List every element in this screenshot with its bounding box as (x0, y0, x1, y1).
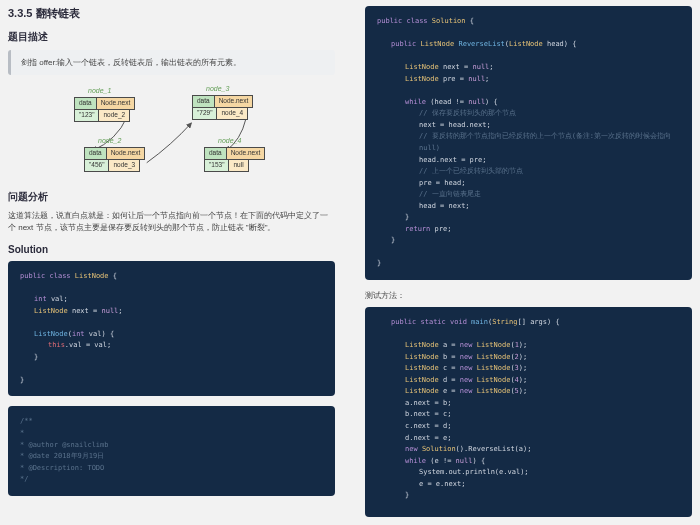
page: 3.3.5 翻转链表 题目描述 剑指 offer:输入一个链表，反转链表后，输出… (0, 0, 700, 525)
linked-list-diagram: node_1 data Node.next "123" node_2 node_… (8, 85, 335, 181)
section-number: 3.3.5 (8, 7, 32, 19)
test-label: 测试方法： (365, 290, 692, 301)
left-column: 3.3.5 翻转链表 题目描述 剑指 offer:输入一个链表，反转链表后，输出… (8, 6, 335, 525)
node2-header: data Node.next (84, 147, 145, 160)
desc-heading: 题目描述 (8, 31, 335, 44)
diagram-arrows (8, 85, 335, 181)
code-main: public static void main(String[] args) {… (365, 307, 692, 517)
right-column: public class Solution { public ListNode … (365, 6, 692, 525)
node3-label: node_3 (206, 85, 229, 92)
node3-row: "729" node_4 (192, 107, 248, 120)
code-solution: public class Solution { public ListNode … (365, 6, 692, 280)
solution-heading: Solution (8, 244, 335, 255)
code-javadoc: /** * * @author @snailclimb * @date 2018… (8, 406, 335, 495)
node4-label: node_4 (218, 137, 241, 144)
node1-row: "123" node_2 (74, 109, 130, 122)
problem-callout: 剑指 offer:输入一个链表，反转链表后，输出链表的所有元素。 (8, 50, 335, 75)
section-title: 翻转链表 (36, 7, 80, 19)
section-heading: 3.3.5 翻转链表 (8, 6, 335, 21)
node4-header: data Node.next (204, 147, 265, 160)
node2-row: "456" node_3 (84, 159, 140, 172)
analysis-heading: 问题分析 (8, 191, 335, 204)
node4-row: "153" null (204, 159, 249, 172)
node3-header: data Node.next (192, 95, 253, 108)
node2-label: node_2 (98, 137, 121, 144)
callout-text: 剑指 offer:输入一个链表，反转链表后，输出链表的所有元素。 (21, 58, 241, 67)
node1-header: data Node.next (74, 97, 135, 110)
analysis-text: 这道算法题，说直白点就是：如何让后一个节点指向前一个节点！在下面的代码中定义了一… (8, 210, 335, 234)
code-listnode: public class ListNode { int val; ListNod… (8, 261, 335, 396)
node1-label: node_1 (88, 87, 111, 94)
